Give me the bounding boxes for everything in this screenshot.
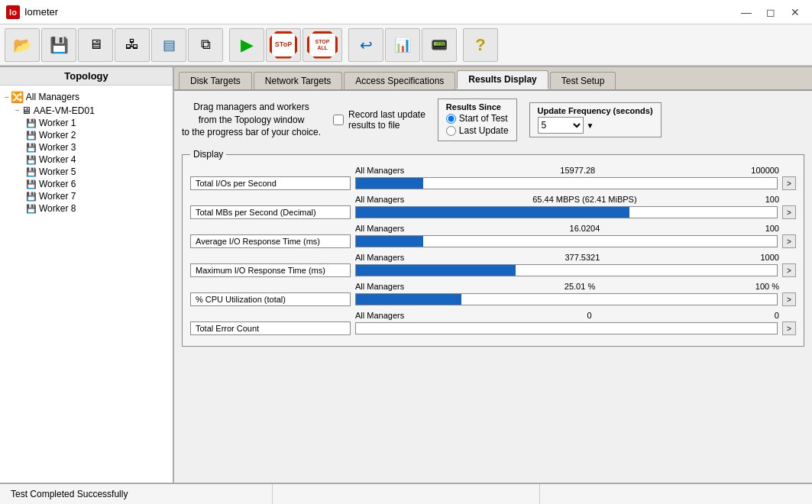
right-panel: Disk Targets Network Targets Access Spec… [174,66,812,483]
worker-button[interactable]: ▤ [151,28,186,62]
start-button[interactable]: ▶ [229,28,264,62]
metric-5-max: 100 % [755,282,779,291]
metric-4-manager: All Managers [355,253,404,262]
drag-hint: Drag managers and workersfrom the Topolo… [182,101,321,139]
metric-1-bar-fill [356,178,423,189]
topology-panel: Topology − 🔀 All Managers − 🖥 AAE-VM-ED0… [0,66,174,483]
status-segment-2 [273,484,539,504]
all-managers-label: All Managers [26,92,79,102]
record-label: Record last updateresults to file [348,109,425,131]
all-managers-icon: 🔀 [11,91,24,103]
metric-header-4: All Managers 377.5321 1000 [190,253,796,262]
metric-1-bar-container [355,177,778,189]
open-button[interactable]: 📂 [5,28,40,62]
metric-row-5: % CPU Utilization (total) > [190,292,796,306]
worker-6-icon: 💾 [26,179,37,189]
display-section: Display All Managers 15977.28 100000 Tot… [182,149,804,347]
tree-item-worker-2[interactable]: 💾 Worker 2 [3,129,170,141]
display-button[interactable]: 🖥 [78,28,113,62]
tree-item-worker-6[interactable]: 💾 Worker 6 [3,178,170,190]
worker-3-icon: 💾 [26,143,37,153]
worker-8-icon: 💾 [26,204,37,214]
metric-2-manager: All Managers [355,195,404,204]
tree-item-worker-3[interactable]: 💾 Worker 3 [3,141,170,153]
tab-network-targets[interactable]: Network Targets [254,72,342,89]
radio-last-update-input[interactable] [446,126,456,136]
metric-4-value: 377.5321 [565,253,600,262]
tree-item-all-managers[interactable]: − 🔀 All Managers [3,90,170,104]
worker-3-label: Worker 3 [39,142,76,153]
tab-disk-targets[interactable]: Disk Targets [179,72,252,89]
tree-item-worker-5[interactable]: 💾 Worker 5 [3,166,170,178]
metric-1-label: Total I/Os per Second [190,176,351,190]
toolbar-separator-2 [344,28,347,62]
results-since-title: Results Since [446,102,509,111]
status-message: Test Completed Successfully [6,484,273,504]
metric-header-3: All Managers 16.0204 100 [190,224,796,233]
worker-1-label: Worker 1 [39,118,76,128]
tab-results-display[interactable]: Results Display [457,70,548,89]
main-area: Topology − 🔀 All Managers − 🖥 AAE-VM-ED0… [0,66,812,483]
metric-6-manager: All Managers [355,311,404,320]
reset-button[interactable]: ↩ [348,28,383,62]
tree-item-worker-8[interactable]: 💾 Worker 8 [3,202,170,215]
update-frequency-select[interactable]: 1 2 5 10 30 60 [538,117,584,134]
tree-item-worker-7[interactable]: 💾 Worker 7 [3,190,170,202]
worker-6-label: Worker 6 [39,179,76,189]
metric-row-2: Total MBs per Second (Decimal) > [190,205,796,219]
record-row: Record last updateresults to file [333,109,425,131]
title-bar: Io Iometer — ◻ ✕ [0,0,812,24]
freq-dropdown-icon: ▼ [587,121,594,130]
radio-last-update-label: Last Update [459,125,509,136]
radio-start-of-test-label: Start of Test [459,113,508,124]
tab-test-setup[interactable]: Test Setup [550,72,616,89]
worker-8-label: Worker 8 [39,203,76,214]
close-button[interactable]: ✕ [785,5,806,20]
toolbar-separator-1 [225,28,228,62]
display-section-title: Display [190,149,226,160]
copy-button[interactable]: ⧉ [188,28,223,62]
metric-header-1: All Managers 15977.28 100000 [190,166,796,175]
help-button[interactable]: ? [463,28,498,62]
worker-7-icon: 💾 [26,192,37,202]
minimize-button[interactable]: — [736,5,757,20]
tree-item-manager[interactable]: − 🖥 AAE-VM-ED01 [3,104,170,117]
worker-2-label: Worker 2 [39,130,76,141]
metric-6-label: Total Error Count [190,321,351,335]
metric-3-bar-container [355,235,778,247]
metric-1-max: 100000 [751,166,779,175]
metric-row-3: Average I/O Response Time (ms) > [190,234,796,248]
metric-4-label: Maximum I/O Response Time (ms) [190,263,351,277]
update-frequency-title: Update Frequency (seconds) [538,106,653,115]
tree-item-worker-4[interactable]: 💾 Worker 4 [3,153,170,166]
maximize-button[interactable]: ◻ [760,5,781,20]
metric-5-arrow[interactable]: > [782,292,796,306]
metric-row-6: Total Error Count > [190,321,796,335]
metric-row-4: Maximum I/O Response Time (ms) > [190,263,796,277]
metric-1-arrow[interactable]: > [782,176,796,190]
tab-access-specifications[interactable]: Access Specifications [344,72,455,89]
save-button[interactable]: 💾 [41,28,76,62]
tree-item-worker-1[interactable]: 💾 Worker 1 [3,117,170,129]
metric-4-arrow[interactable]: > [782,263,796,277]
manager-button[interactable]: 🖧 [115,28,150,62]
metric-2-arrow[interactable]: > [782,205,796,219]
metric-6-arrow[interactable]: > [782,321,796,335]
worker-2-icon: 💾 [26,131,37,141]
metric-3-max: 100 [765,224,779,233]
manager-icon: 🖥 [21,105,31,116]
metric-4-max: 1000 [761,253,779,262]
dynamo-button[interactable]: 📟 [422,28,457,62]
stop-button[interactable]: SToP [266,28,301,62]
metric-3-value: 16.0204 [570,224,600,233]
results-button[interactable]: 📊 [385,28,420,62]
metric-3-arrow[interactable]: > [782,234,796,248]
metric-header-6: All Managers 0 0 [190,311,796,320]
manager-label: AAE-VM-ED01 [34,105,95,116]
metric-header-5: All Managers 25.01 % 100 % [190,282,796,291]
record-checkbox[interactable] [333,115,344,125]
worker-5-label: Worker 5 [39,166,76,177]
metric-6-bar-container [355,322,778,334]
radio-start-of-test-input[interactable] [446,114,456,124]
stopall-button[interactable]: STOP ALL [302,28,342,62]
